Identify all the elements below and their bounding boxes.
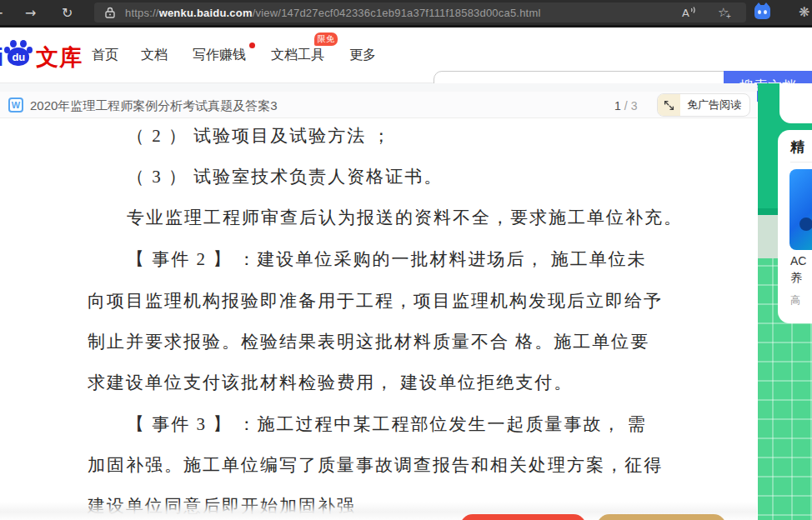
logo-letter: i (0, 45, 3, 70)
doc-line: 加固补强。施工单位编写了质量事故调查报告和相关处理方案，征得 (88, 453, 663, 478)
recommend-panel-title: 精 (790, 138, 804, 157)
logo-wenku-text: 文库 (36, 45, 83, 70)
browser-toolbar: ← → ↻ https://wenku.baidu.com/view/147d2… (0, 0, 812, 25)
bottom-action-button-red[interactable] (460, 514, 586, 520)
wenku-header: i du 文库 首页 文档 写作赚钱 文档工具 限免 更多 搜索文档 (0, 28, 812, 83)
extension-eye-right (764, 10, 767, 14)
recommend-panel[interactable]: 精 AC 养 高 (778, 130, 812, 323)
nav-item-more[interactable]: 更多 (349, 47, 376, 64)
sidebar-top-panel (779, 83, 812, 123)
lock-icon[interactable] (105, 7, 115, 18)
document-page[interactable]: （ 2 ） 试验项目及试验方法 ； （ 3 ） 试验室技术负责人资格证书。 专业… (0, 118, 757, 520)
ad-free-label: 免广告阅读 (680, 98, 749, 112)
panel-divider (790, 162, 812, 162)
doc-line: 求建设单位支付该批材料检验费用， 建设单位拒绝支付。 (88, 371, 573, 396)
url-text[interactable]: https://wenku.baidu.com/view/147d27ecf04… (125, 7, 541, 19)
extension-icon[interactable] (754, 5, 770, 19)
doc-line: （ 2 ） 试验项目及试验方法 ； (127, 124, 392, 149)
forward-icon[interactable]: → (25, 0, 36, 25)
recommend-thumbnail[interactable] (789, 169, 812, 250)
url-domain: wenku.baidu.com (159, 7, 253, 19)
baidu-paw-icon: du (4, 40, 34, 70)
read-aloud-icon[interactable]: A (682, 2, 697, 22)
notification-dot (249, 42, 255, 48)
main-nav: 首页 文档 写作赚钱 文档工具 限免 更多 (92, 28, 398, 83)
recommend-text-line1[interactable]: AC (790, 254, 806, 268)
nav-item-home[interactable]: 首页 (92, 47, 118, 64)
bottom-action-button-gold[interactable] (597, 514, 726, 520)
recommend-text-line3: 高 (790, 293, 800, 308)
document-toolbar: W 2020年监理工程师案例分析考试真题及答案3 1/3 免广告阅读 (0, 92, 757, 118)
free-badge: 限免 (314, 32, 338, 46)
doc-line: 专业监理工程师审查后认为报送的资料不全，要求施工单位补充。 (127, 206, 683, 231)
page-indicator: 1/3 (614, 99, 637, 112)
nav-item-earn[interactable]: 写作赚钱 (193, 47, 246, 64)
baidu-wenku-logo[interactable]: i du 文库 (0, 40, 83, 70)
right-sidebar: 精 AC 养 高 (758, 83, 812, 520)
nav-item-docs[interactable]: 文档 (141, 47, 168, 64)
expand-icon (658, 94, 680, 116)
refresh-icon[interactable]: ↻ (62, 0, 73, 25)
doc-line: 【 事件 2 】 ：建设单位采购的一批材料进场后， 施工单位未 (127, 248, 647, 272)
back-icon[interactable]: ← (0, 0, 3, 25)
collections-icon[interactable]: ❋ (799, 4, 812, 21)
doc-line: 向项目监理机构报验即准备用于工程，项目监理机构发现后立即给予 (88, 289, 663, 314)
document-title: 2020年监理工程师案例分析考试真题及答案3 (30, 98, 278, 114)
ad-free-reading-button[interactable]: 免广告阅读 (657, 93, 750, 117)
word-doc-icon: W (8, 98, 23, 112)
url-scheme: https:// (125, 7, 159, 19)
extension-eye-left (758, 10, 761, 14)
thumbnail-figure (799, 218, 812, 231)
doc-line: （ 3 ） 试验室技术负责人资格证书。 (127, 165, 443, 190)
address-bar[interactable]: https://wenku.baidu.com/view/147d27ecf04… (94, 2, 746, 22)
nav-item-tools[interactable]: 文档工具 限免 (271, 47, 324, 64)
doc-line: 【 事件 3 】 ：施工过程中某工程部位发生一起质量事故， 需 (127, 412, 647, 438)
favorite-plus-icon: + (724, 12, 732, 20)
wenku-document-viewer: { "browser": { "url": { "scheme": "https… (0, 0, 812, 520)
recommend-text-line2[interactable]: 养 (790, 271, 802, 286)
header-gap (0, 83, 757, 92)
url-path: /view/147d27ecf042336c1eb91a37f111f18583… (253, 7, 541, 19)
doc-line: 制止并要求报验。检验结果表明这批材料质量不合 格。施工单位要 (88, 330, 649, 355)
add-favorite-icon[interactable]: ☆ + (718, 2, 729, 22)
